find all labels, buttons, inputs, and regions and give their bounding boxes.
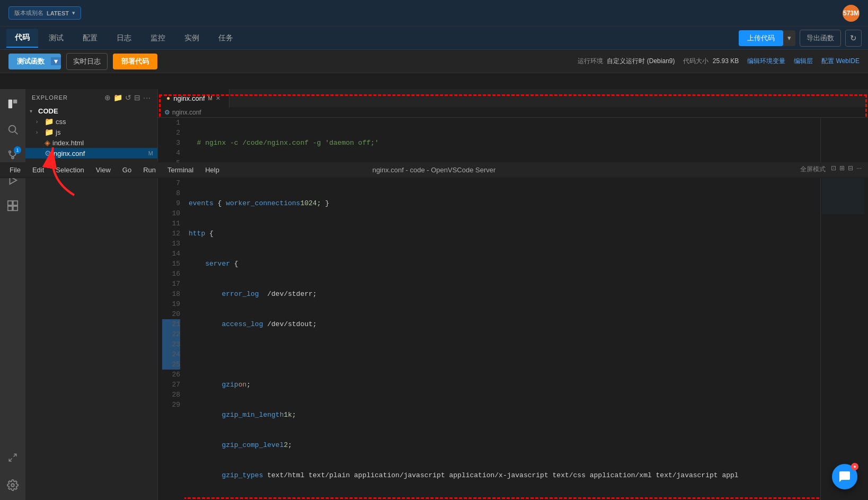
tree-label-nginxconf: nginx.conf: [54, 150, 85, 157]
realtime-log-button[interactable]: 实时日志: [66, 53, 108, 70]
line-num-4: 4: [162, 148, 180, 158]
tree-root: ▾ CODE › 📁 css › 📁 js › ◈ index.html: [25, 106, 157, 159]
tab-code[interactable]: 代码: [6, 29, 38, 48]
svg-rect-14: [8, 206, 12, 210]
tab-demo[interactable]: 实例: [176, 29, 208, 47]
tab-test[interactable]: 测试: [40, 29, 72, 47]
code-line-11: gzip_comp_level 2;: [189, 440, 816, 450]
line-num-17: 17: [162, 279, 180, 289]
test-function-label: 测试函数: [17, 57, 45, 66]
tree-label-indexhtml: index.html: [52, 139, 84, 147]
tree-arrow-code: ▾: [30, 108, 38, 114]
edit-layer-link[interactable]: 编辑层: [794, 57, 813, 66]
tab-log[interactable]: 日志: [108, 29, 140, 47]
refresh-button[interactable]: ↻: [845, 30, 862, 47]
upload-dropdown-button[interactable]: ▾: [783, 30, 795, 46]
file-icon-nginxconf: ⚙: [45, 149, 51, 157]
line-num-26: 26: [162, 370, 180, 380]
editor-tab-nginxconf[interactable]: ● nginx.conf M ✕: [158, 89, 229, 108]
activity-search[interactable]: [2, 119, 23, 140]
svg-point-4: [9, 151, 11, 153]
menu-terminal[interactable]: Terminal: [162, 164, 199, 176]
config-webide-link[interactable]: 配置 WebIDE: [821, 57, 860, 66]
export-function-button[interactable]: 导出函数: [800, 30, 841, 47]
line-num-10: 10: [162, 208, 180, 218]
version-dropdown-arrow: ▾: [72, 10, 75, 16]
tab-dot: ●: [166, 94, 170, 102]
code-line-3: events { worker_connections 1024; }: [189, 198, 816, 208]
line-num-29: 29: [162, 400, 180, 410]
chat-button[interactable]: ●: [832, 464, 857, 489]
new-file-icon[interactable]: ⊕: [104, 93, 111, 102]
new-folder-icon[interactable]: 📁: [113, 93, 123, 102]
menu-go[interactable]: Go: [117, 164, 137, 176]
line-num-2: 2: [162, 128, 180, 138]
line-num-3: 3: [162, 138, 180, 148]
main-layout: 1 EXPLORER ⊕ 📁 ↺: [0, 89, 868, 500]
line-num-14: 14: [162, 249, 180, 259]
tab-task[interactable]: 任务: [210, 29, 242, 47]
version-label: LATEST: [47, 10, 69, 16]
edit-env-link[interactable]: 编辑环境变量: [747, 57, 785, 66]
minimap-highlight: [822, 172, 864, 214]
line-num-25: 25: [162, 359, 180, 370]
activity-settings[interactable]: [2, 475, 23, 496]
more-icon[interactable]: ···: [143, 93, 151, 102]
menu-run[interactable]: Run: [138, 164, 161, 176]
folder-icon-css: 📁: [45, 117, 54, 126]
fullscreen-label[interactable]: 全屏模式: [800, 165, 826, 174]
env-label: 运行环境 自定义运行时 (Debian9): [578, 57, 675, 66]
tab-config[interactable]: 配置: [74, 29, 106, 47]
window-controls: ⊡ ⊞ ⊟ ···: [831, 164, 862, 172]
tree-item-css[interactable]: › 📁 css: [25, 116, 157, 127]
menu-edit[interactable]: Edit: [27, 164, 49, 176]
window-icon1[interactable]: ⊡: [831, 164, 836, 172]
tree-item-js[interactable]: › 📁 js: [25, 127, 157, 137]
test-function-button[interactable]: 测试函数 ▾: [8, 54, 61, 69]
svg-rect-15: [13, 206, 17, 210]
menu-selection[interactable]: Selection: [50, 164, 89, 176]
tree-item-nginxconf[interactable]: › ⚙ nginx.conf M: [25, 148, 157, 159]
breadcrumb-icon: ⚙: [164, 109, 170, 116]
tab-monitor[interactable]: 监控: [142, 29, 174, 47]
tab-modified: M: [208, 95, 212, 101]
version-selector[interactable]: 版本或别名 LATEST ▾: [8, 6, 81, 20]
menu-file[interactable]: File: [4, 164, 26, 176]
line-num-24: 24: [162, 349, 180, 359]
user-avatar: 573M: [843, 5, 860, 22]
line-num-19: 19: [162, 299, 180, 309]
breadcrumb: ⚙ nginx.conf: [158, 108, 868, 118]
tree-label-js: js: [56, 128, 60, 136]
nav-tabs: 代码 测试 配置 日志 监控 实例 任务 上传代码 ▾ 导出函数 ↻: [0, 27, 868, 50]
line-num-28: 28: [162, 390, 180, 400]
action-bar: 测试函数 ▾ 实时日志 部署代码 运行环境 自定义运行时 (Debian9) 代…: [0, 50, 868, 73]
top-bar: 版本或别名 LATEST ▾ 573M: [0, 0, 868, 27]
sidebar-actions: ⊕ 📁 ↺ ⊟ ···: [104, 93, 151, 102]
tab-close-button[interactable]: ✕: [216, 95, 220, 102]
svg-rect-1: [13, 100, 17, 103]
activity-explorer[interactable]: [2, 93, 23, 115]
menu-help[interactable]: Help: [200, 164, 225, 176]
window-icon2[interactable]: ⊞: [839, 164, 845, 172]
refresh-explorer-icon[interactable]: ↺: [125, 93, 132, 102]
code-line-12: gzip_types text/html text/plain applicat…: [189, 470, 816, 480]
collapse-icon[interactable]: ⊟: [134, 93, 141, 102]
test-dropdown-arrow[interactable]: ▾: [51, 57, 61, 65]
upload-code-button[interactable]: 上传代码: [739, 30, 783, 46]
line-num-16: 16: [162, 269, 180, 279]
breadcrumb-label: nginx.conf: [172, 109, 201, 116]
explorer-label: EXPLORER: [32, 94, 68, 101]
svg-line-17: [9, 459, 12, 461]
activity-expand[interactable]: [2, 447, 23, 468]
activity-extensions[interactable]: [2, 195, 23, 216]
tree-item-indexhtml[interactable]: › ◈ index.html: [25, 137, 157, 148]
svg-rect-0: [8, 100, 12, 109]
window-icon3[interactable]: ⊟: [848, 164, 853, 172]
editor-tabs: ● nginx.conf M ✕: [158, 89, 868, 108]
folder-icon-js: 📁: [45, 128, 54, 136]
menu-view[interactable]: View: [91, 164, 116, 176]
code-size-label: 代码大小 25.93 KB: [683, 57, 739, 66]
deploy-code-button[interactable]: 部署代码: [113, 54, 157, 69]
tree-root-code[interactable]: ▾ CODE: [25, 106, 157, 116]
window-icon4[interactable]: ···: [856, 164, 862, 172]
